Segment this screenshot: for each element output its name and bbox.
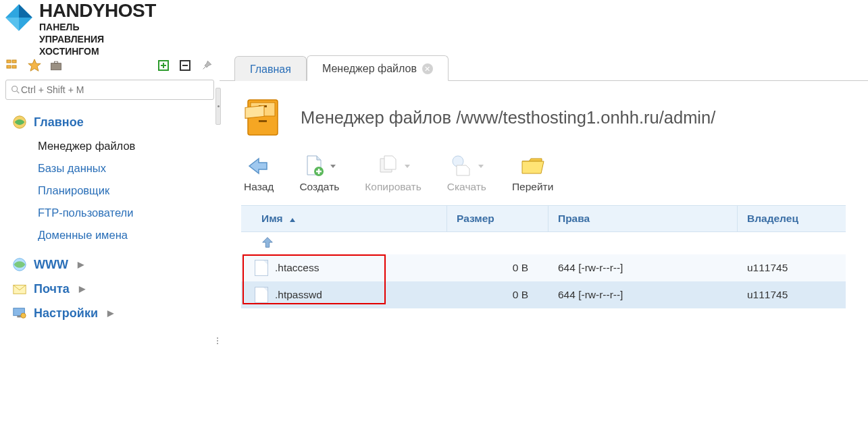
chevron-down-icon [330,165,336,168]
col-header-perm[interactable]: Права [548,206,738,231]
brand-name: HANDYHOST [39,1,156,20]
page-title: Менеджер файлов /www/testhosting1.onhh.r… [301,108,715,128]
nav-item-domain-names[interactable]: Доменные имена [0,224,220,246]
action-bar: Назад Создать [241,154,868,193]
up-directory[interactable] [241,232,846,254]
action-download[interactable]: Скачать [447,154,486,193]
logo-icon [4,3,34,32]
file-size: 0 B [447,283,548,306]
file-name: .htaccess [275,262,319,274]
sort-asc-icon [290,218,295,222]
brand-sub2: УПРАВЛЕНИЯ [39,34,156,45]
search-icon [10,84,21,95]
col-header-owner[interactable]: Владелец [738,206,846,231]
arrow-left-icon [247,156,271,176]
svg-rect-25 [251,117,275,132]
nav-item-ftp-users[interactable]: FTP-пользователи [0,202,220,224]
table-row[interactable]: .htpasswd 0 B 644 [-rw-r--r--] u111745 [241,281,846,308]
search-input[interactable] [21,84,209,95]
nav-group-settings[interactable]: Настройки ▶ [0,300,220,325]
file-perm: 644 [-rw-r--r--] [548,283,738,306]
nav-item-databases[interactable]: Базы данных [0,157,220,180]
tree-icon[interactable] [5,58,20,73]
svg-marker-1 [19,4,32,18]
page-header: Менеджер файлов /www/testhosting1.onhh.r… [241,96,868,139]
file-name: .htpasswd [275,289,322,301]
svg-rect-9 [55,61,58,63]
file-size: 0 B [447,256,548,279]
nav-group-mail[interactable]: Почта ▶ [0,276,220,300]
nav-item-file-manager[interactable]: Менеджер файлов [0,135,220,157]
svg-marker-2 [5,18,19,31]
nav-group-settings-label: Настройки [34,306,98,321]
svg-rect-8 [51,63,61,70]
tab-file-manager-label: Менеджер файлов [322,63,417,75]
action-back-label: Назад [244,181,274,193]
svg-marker-7 [28,59,41,71]
tab-bar: Главная Менеджер файлов ✕ [220,53,868,81]
svg-rect-21 [17,316,20,318]
svg-point-22 [21,313,26,318]
chevron-right-icon: ▶ [79,284,85,294]
chevron-down-icon [405,165,410,168]
main-area: Главная Менеджер файлов ✕ Менеджер файло… [220,0,868,440]
chevron-right-icon: ▶ [78,260,84,269]
pin-icon[interactable] [199,58,214,73]
svg-rect-6 [12,65,16,68]
briefcase-icon[interactable] [49,58,63,73]
file-owner: u111745 [738,283,846,306]
tab-main-label: Главная [250,63,291,76]
nav-item-scheduler[interactable]: Планировщик [0,180,220,202]
star-icon[interactable] [27,58,42,73]
col-header-name[interactable]: Имя [241,206,447,231]
nav-group-www-label: WWW [34,258,68,272]
nav-group-main[interactable]: Главное [0,109,220,134]
svg-rect-28 [245,105,264,118]
chevron-right-icon: ▶ [107,308,113,318]
sidebar-toolbar [0,54,220,76]
action-create[interactable]: Создать [299,154,339,193]
tab-file-manager[interactable]: Менеджер файлов ✕ [307,55,449,81]
globe-www-icon [12,257,27,272]
sidebar-resize-handle[interactable] [215,331,220,351]
up-folder-icon [260,236,275,250]
action-copy-label: Копировать [365,181,421,193]
mail-icon [12,281,27,296]
file-icon [255,260,268,276]
close-icon[interactable]: ✕ [422,63,433,74]
action-back[interactable]: Назад [244,154,274,193]
copy-icon [376,155,399,177]
file-perm: 644 [-rw-r--r--] [548,256,738,279]
brand-sub1: ПАНЕЛЬ [39,22,156,32]
table-row[interactable]: .htaccess 0 B 644 [-rw-r--r--] u111745 [241,254,846,281]
chevron-down-icon [478,165,484,168]
settings-monitor-icon [12,306,27,321]
svg-line-16 [17,91,19,93]
file-cabinet-icon [241,96,284,139]
folder-open-icon [520,156,546,176]
file-table: Имя Размер Права Владелец [241,205,846,308]
logo: HANDYHOST ПАНЕЛЬ УПРАВЛЕНИЯ ХОСТИНГОМ [0,0,220,57]
action-go[interactable]: Перейти [512,154,553,193]
new-file-icon [303,155,325,177]
nav-group-www[interactable]: WWW ▶ [0,252,220,276]
svg-point-15 [12,86,18,92]
search-box[interactable] [5,80,214,100]
action-go-label: Перейти [512,181,553,193]
sidebar-collapse-handle[interactable] [215,88,221,125]
download-icon [450,155,473,177]
nav-group-main-label: Главное [34,115,84,130]
action-copy[interactable]: Копировать [365,154,421,193]
action-create-label: Создать [299,181,339,193]
minus-icon[interactable] [178,58,193,73]
svg-rect-3 [7,60,11,63]
col-header-size[interactable]: Размер [447,206,548,231]
nav-group-mail-label: Почта [34,282,70,296]
table-header: Имя Размер Права Владелец [241,205,846,232]
plus-icon[interactable] [156,58,171,73]
svg-rect-4 [12,60,16,63]
file-owner: u111745 [738,256,846,279]
file-icon [255,287,268,303]
svg-rect-27 [259,120,267,122]
tab-main[interactable]: Главная [234,56,307,81]
